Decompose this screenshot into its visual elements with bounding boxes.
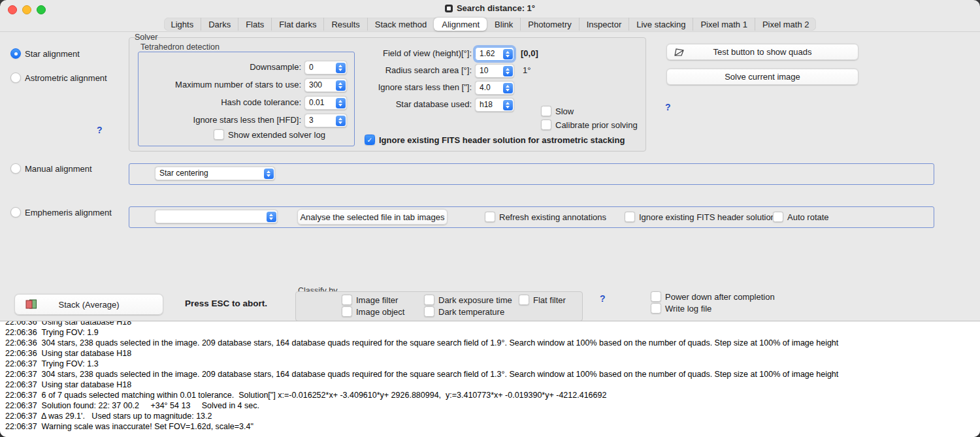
analyse-file-button[interactable]: Analyse the selected file in tab images (297, 209, 448, 225)
log-line: 22:06:36 Using star database H18 (5, 321, 980, 327)
radio-manual-alignment[interactable]: Manual alignment (10, 163, 92, 174)
checkbox-icon (519, 295, 529, 305)
log-line: 22:06:36 Using star database H18 (5, 348, 980, 359)
radio-selected-icon (10, 48, 21, 59)
quads-icon (674, 48, 685, 57)
power-down-checkbox[interactable]: Power down after completion (651, 291, 775, 302)
stepper-arrows-icon (503, 83, 513, 93)
fov-label: Field of view (height)[°]: (335, 48, 472, 58)
radius-unit-label: 1° (523, 65, 531, 75)
title-bar: Search distance: 1° (0, 0, 980, 18)
log-line: 22:06:37 Δ was 29.1'. Used stars up to m… (5, 411, 980, 421)
checkbox-icon (651, 303, 661, 314)
tab-pixel-math-1[interactable]: Pixel math 1 (693, 18, 755, 31)
tab-live-stacking[interactable]: Live stacking (629, 18, 693, 31)
abort-hint-text: Press ESC to abort. (185, 299, 267, 308)
log-line: 22:06:36 Trying FOV: 1.9 (5, 327, 980, 338)
tab-inspector[interactable]: Inspector (579, 18, 629, 31)
show-extended-log-checkbox[interactable]: Show extended solver log (214, 129, 325, 140)
tab-strip: Lights Darks Flats Flat darks Results St… (164, 18, 817, 31)
checkbox-icon (485, 212, 495, 222)
log-line: 22:06:37 Trying FOV: 1.3 (5, 359, 980, 369)
image-object-checkbox[interactable]: Image object (342, 306, 404, 317)
log-line: 22:06:37 304 stars, 238 quads selected i… (5, 369, 980, 380)
checkbox-icon (424, 306, 434, 317)
stepper-arrows-icon (503, 49, 513, 59)
dark-exposure-checkbox[interactable]: Dark exposure time (424, 295, 512, 305)
checkbox-icon (651, 291, 661, 302)
tab-bar: Lights Darks Flats Flat darks Results St… (0, 18, 980, 32)
help-button-solver[interactable]: ? (665, 102, 671, 112)
log-lines: 22:06:36 Using star database H18 22:06:3… (0, 321, 980, 432)
ignore-hfd-label: Ignore stars less then [HFD]: (142, 115, 301, 125)
app-icon (445, 5, 453, 12)
radio-ephemeris-alignment[interactable]: Emphemeris alignment (10, 207, 112, 218)
ignore-arcsec-label: Ignore stars less then ["]: (335, 82, 472, 92)
checkbox-icon (541, 106, 551, 116)
stack-icon (25, 299, 37, 310)
log-line: 22:06:37 Using star database H18 (5, 380, 980, 390)
tab-blink[interactable]: Blink (487, 18, 520, 31)
hash-tolerance-label: Hash code tolerance: (142, 97, 301, 107)
max-stars-label: Maximum number of stars to use: (142, 80, 301, 89)
radio-astrometric-alignment[interactable]: Astrometric alignment (10, 73, 107, 83)
checkbox-icon (214, 129, 224, 140)
help-button-left[interactable]: ? (97, 125, 103, 135)
tab-alignment[interactable]: Alignment (434, 18, 487, 31)
slow-checkbox[interactable]: Slow (541, 106, 574, 116)
tab-flats[interactable]: Flats (238, 18, 271, 31)
tab-photometry[interactable]: Photometry (520, 18, 578, 31)
ephemeris-ignore-fits-checkbox[interactable]: Ignore existing FITS header solution (625, 212, 776, 222)
checkbox-icon (773, 212, 783, 222)
dark-temperature-checkbox[interactable]: Dark temperature (424, 306, 504, 317)
tab-flat-darks[interactable]: Flat darks (271, 18, 323, 31)
solve-current-image-button[interactable]: Solve current image (666, 69, 858, 85)
log-line: 22:06:37 Warning scale was inaccurate! S… (5, 421, 980, 432)
tab-pixel-math-2[interactable]: Pixel math 2 (755, 18, 817, 31)
solver-group-label: Solver (135, 33, 157, 42)
dropdown-arrows-icon (264, 169, 274, 179)
tab-results[interactable]: Results (323, 18, 367, 31)
window-title-text: Search distance: 1° (457, 3, 535, 13)
image-filter-checkbox[interactable]: Image filter (342, 295, 398, 305)
ignore-fits-header-checkbox[interactable]: Ignore existing FITS header solution for… (365, 135, 625, 145)
tab-stack-method[interactable]: Stack method (367, 18, 434, 31)
flat-filter-checkbox[interactable]: Flat filter (519, 295, 566, 305)
manual-mode-select[interactable]: Star centering (155, 167, 275, 180)
stack-button[interactable]: Stack (Average) (14, 294, 163, 315)
checkbox-checked-icon (365, 135, 375, 145)
checkbox-icon (342, 306, 352, 317)
auto-rotate-checkbox[interactable]: Auto rotate (773, 212, 829, 222)
radius-search-stepper[interactable]: 10 (475, 64, 514, 78)
test-quads-button[interactable]: Test button to show quads (666, 44, 858, 60)
log-line: 22:06:37 Solution found: 22: 37 00.2 +34… (5, 400, 980, 411)
refresh-annotations-checkbox[interactable]: Refresh existing annotations (485, 212, 606, 222)
tab-lights[interactable]: Lights (164, 18, 201, 31)
radius-search-label: Radius search area [°]: (335, 65, 472, 75)
stepper-arrows-icon (336, 116, 346, 126)
fov-stepper[interactable]: 1.62 (475, 47, 514, 61)
ignore-arcsec-stepper[interactable]: 4.0 (475, 81, 514, 95)
star-database-label: Star database used: (335, 99, 472, 109)
log-line: 22:06:36 304 stars, 238 quads selected i… (5, 338, 980, 348)
window-title: Search distance: 1° (0, 3, 980, 14)
radio-icon (10, 207, 21, 218)
radio-icon (10, 163, 21, 174)
dropdown-arrows-icon (267, 212, 276, 222)
help-button-bottom[interactable]: ? (600, 293, 606, 304)
stepper-arrows-icon (503, 66, 513, 76)
tab-darks[interactable]: Darks (201, 18, 238, 31)
ignore-hfd-stepper[interactable]: 3 (304, 114, 347, 127)
log-output[interactable]: 22:06:36 Using star database H18 22:06:3… (0, 321, 980, 437)
calibrate-prior-solving-checkbox[interactable]: Calibrate prior solving (541, 120, 638, 130)
star-database-select[interactable]: h18 (475, 98, 514, 112)
checkbox-icon (342, 295, 352, 305)
checkbox-icon (625, 212, 635, 222)
write-log-checkbox[interactable]: Write log file (651, 303, 711, 314)
radio-star-alignment[interactable]: Star alignment (10, 48, 80, 59)
radio-icon (10, 73, 21, 83)
app-window: Search distance: 1° Lights Darks Flats F… (0, 0, 980, 437)
tetrahedron-group-label: Tetrahedron detection (140, 42, 220, 52)
dropdown-arrows-icon (503, 100, 513, 110)
ephemeris-object-select[interactable] (155, 210, 278, 223)
